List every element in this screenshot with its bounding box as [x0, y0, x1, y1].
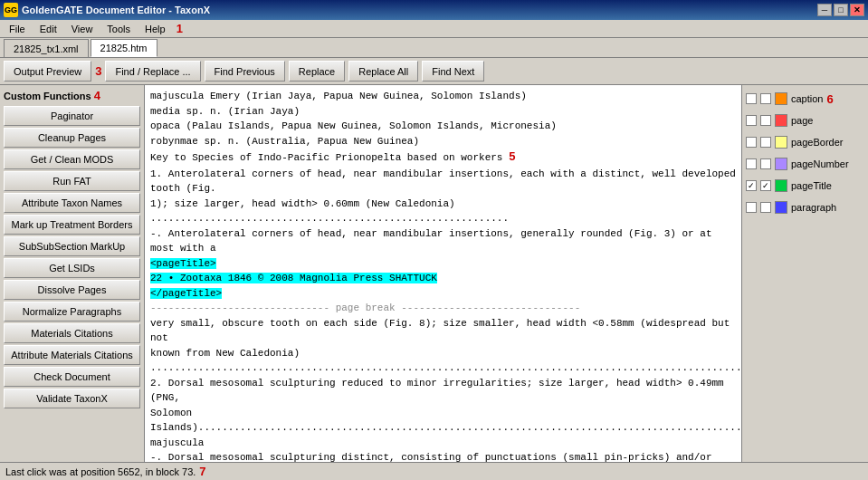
- checkbox-pageborder[interactable]: [746, 137, 757, 148]
- content-line-1: media sp. n. (Irian Jaya): [150, 104, 736, 120]
- annotation-5: 5: [509, 150, 516, 164]
- status-bar: Last click was at position 5652, in bloc…: [0, 462, 868, 480]
- checkbox2-pagenumber[interactable]: [760, 158, 771, 169]
- sidebar-btn-cleanup-pages[interactable]: Cleanup Pages: [4, 128, 140, 148]
- right-item-caption: caption 6: [746, 89, 864, 109]
- sidebar-btn-markup-treatment[interactable]: Mark up Treatment Borders: [4, 215, 140, 235]
- sidebar-btn-validate[interactable]: Validate TaxonX: [4, 389, 140, 408]
- maximize-button[interactable]: □: [834, 4, 848, 16]
- pagetitle-open-tag: <pageTitle>: [150, 258, 216, 269]
- label-paragraph: paragraph: [791, 202, 836, 213]
- content-area[interactable]: majuscula Emery (Irian Jaya, Papua New G…: [145, 85, 741, 462]
- output-preview-button[interactable]: Output Preview: [4, 61, 91, 82]
- main-layout: Custom Functions 4 Paginator Cleanup Pag…: [0, 85, 868, 462]
- label-caption: caption: [791, 93, 823, 104]
- content-line-pagetitle-close: </pageTitle>: [150, 286, 736, 302]
- find-replace-button[interactable]: Find / Replace ...: [105, 61, 200, 82]
- annotation-1: 1: [176, 22, 183, 35]
- content-line-13: very small, obscure tooth on each side (…: [150, 316, 736, 346]
- sidebar-btn-attr-materials[interactable]: Attribute Materials Citations: [4, 345, 140, 365]
- color-pagenumber: [775, 158, 787, 170]
- tab-htm[interactable]: 21825.htm: [91, 39, 157, 57]
- checkbox-caption[interactable]: [746, 93, 757, 104]
- content-line-19: -. Dorsal mesosomal sculpturing distinct…: [150, 450, 736, 462]
- right-item-paragraph: paragraph: [746, 197, 864, 217]
- pagetitle-content: 22 • Zootaxa 1846 © 2008 Magnolia Press …: [150, 273, 437, 283]
- menu-help[interactable]: Help: [138, 22, 173, 36]
- checkbox-page[interactable]: [746, 115, 757, 126]
- right-item-page: page: [746, 110, 864, 130]
- checkbox-paragraph[interactable]: [746, 202, 757, 213]
- content-line-3: robynmae sp. n. (Australia, Papua New Gu…: [150, 134, 736, 149]
- color-pageborder: [775, 136, 787, 149]
- checkbox2-page[interactable]: [760, 115, 771, 126]
- sidebar-btn-get-clean-mods[interactable]: Get / Clean MODS: [4, 149, 140, 169]
- menu-edit[interactable]: Edit: [33, 22, 64, 36]
- sidebar-btn-paginator[interactable]: Paginator: [4, 106, 140, 126]
- tab-xml[interactable]: 21825_tx1.xml: [4, 39, 89, 57]
- replace-button[interactable]: Replace: [289, 61, 345, 82]
- app-icon: GG: [4, 3, 18, 17]
- content-line-0: majuscula Emery (Irian Jaya, Papua New G…: [150, 89, 736, 104]
- pagetitle-close-tag: </pageTitle>: [150, 288, 222, 299]
- right-panel: caption 6 page pageBorder pageNumber pag…: [741, 85, 868, 462]
- menu-tools[interactable]: Tools: [100, 22, 138, 36]
- label-page: page: [791, 115, 813, 126]
- status-text: Last click was at position 5652, in bloc…: [5, 466, 196, 477]
- right-item-pagetitle: pageTitle: [746, 176, 864, 196]
- sidebar-btn-materials[interactable]: Materials Citations: [4, 323, 140, 343]
- content-line-14: known from New Caledonia): [150, 346, 736, 361]
- content-line-17: Solomon Islands)........................…: [150, 406, 736, 436]
- annotation-6: 6: [826, 92, 833, 106]
- minimize-button[interactable]: ─: [817, 4, 832, 16]
- content-line-pagetitle-open: <pageTitle>: [150, 256, 736, 272]
- annotation-4: 4: [94, 89, 100, 102]
- menu-view[interactable]: View: [64, 22, 100, 36]
- sidebar-btn-attribute-taxon[interactable]: Attribute Taxon Names: [4, 193, 140, 213]
- sidebar-btn-dissolve-pages[interactable]: Dissolve Pages: [4, 280, 140, 300]
- checkbox2-paragraph[interactable]: [760, 202, 771, 213]
- checkbox-pagetitle[interactable]: [746, 180, 757, 191]
- checkbox2-caption[interactable]: [760, 93, 771, 104]
- tab-bar: 21825_tx1.xml 21825.htm: [0, 38, 868, 58]
- content-line-2: opaca (Palau Islands, Papua New Guinea, …: [150, 119, 736, 134]
- checkbox2-pagetitle[interactable]: [760, 180, 771, 191]
- sidebar-title: Custom Functions 4: [4, 89, 140, 102]
- toolbar: Output Preview 3 Find / Replace ... Find…: [0, 58, 868, 85]
- sidebar-btn-run-fat[interactable]: Run FAT: [4, 171, 140, 191]
- label-pagetitle: pageTitle: [791, 180, 832, 191]
- content-line-5: 1. Anterolateral corners of head, near m…: [150, 167, 736, 182]
- menu-bar: File Edit View Tools Help 1: [0, 20, 868, 38]
- sidebar: Custom Functions 4 Paginator Cleanup Pag…: [0, 85, 145, 462]
- close-button[interactable]: ✕: [850, 4, 864, 16]
- window-title: GoldenGATE Document Editor - TaxonX: [22, 5, 210, 15]
- sidebar-btn-check-doc[interactable]: Check Document: [4, 367, 140, 387]
- content-line-16: 2. Dorsal mesosomal sculpturing reduced …: [150, 376, 736, 406]
- window-controls: ─ □ ✕: [817, 4, 864, 16]
- content-line-18: majuscula: [150, 436, 736, 451]
- right-item-pageborder: pageBorder: [746, 132, 864, 152]
- content-line-pagetitle-content: 22 • Zootaxa 1846 © 2008 Magnolia Press …: [150, 271, 736, 286]
- annotation-3: 3: [95, 64, 101, 78]
- annotation-7: 7: [199, 465, 205, 478]
- content-line-7: 1); size larger, head width> 0.60mm (New…: [150, 197, 736, 226]
- checkbox-pagenumber[interactable]: [746, 158, 757, 169]
- content-line-6: tooth (Fig.: [150, 181, 736, 197]
- content-line-4: Key to Species of Indo-Pacific Prionopel…: [150, 149, 736, 167]
- content-line-15: ........................................…: [150, 360, 736, 376]
- color-paragraph: [775, 201, 787, 214]
- find-next-button[interactable]: Find Next: [422, 61, 484, 82]
- replace-all-button[interactable]: Replace All: [348, 61, 418, 82]
- sidebar-btn-subsubsection[interactable]: SubSubSection MarkUp: [4, 236, 140, 256]
- sidebar-btn-get-lsids[interactable]: Get LSIDs: [4, 258, 140, 278]
- menu-file[interactable]: File: [2, 22, 33, 36]
- color-pagetitle: [775, 179, 787, 192]
- checkbox2-pageborder[interactable]: [760, 137, 771, 148]
- label-pagenumber: pageNumber: [791, 158, 849, 169]
- sidebar-btn-normalize[interactable]: Normalize Paragraphs: [4, 302, 140, 322]
- right-item-pagenumber: pageNumber: [746, 154, 864, 174]
- title-bar: GG GoldenGATE Document Editor - TaxonX ─…: [0, 0, 868, 20]
- label-pageborder: pageBorder: [791, 137, 844, 148]
- color-caption: [775, 92, 787, 105]
- find-previous-button[interactable]: Find Previous: [205, 61, 285, 82]
